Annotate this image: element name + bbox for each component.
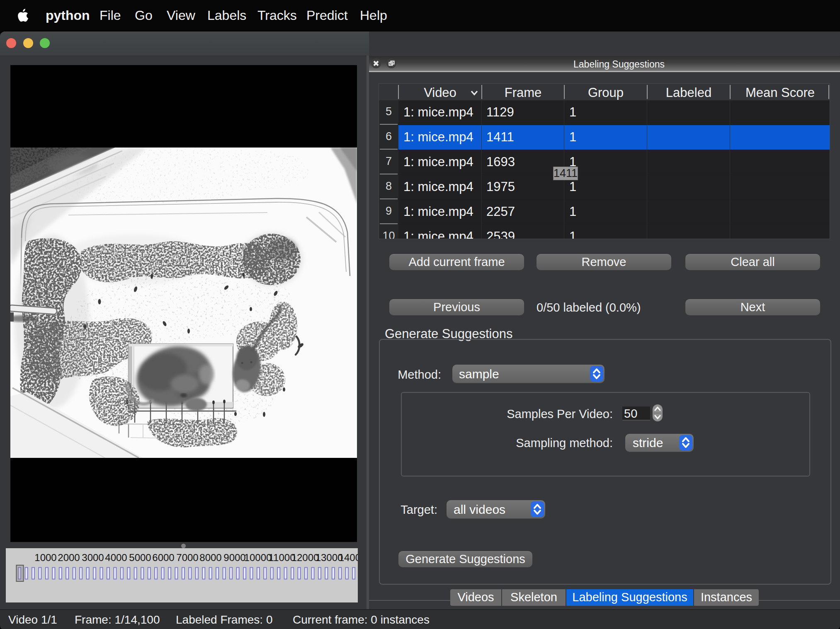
svg-text:8000: 8000 — [199, 552, 221, 563]
svg-text:2000: 2000 — [58, 552, 80, 563]
svg-text:14000: 14000 — [339, 552, 358, 563]
svg-text:6000: 6000 — [152, 552, 174, 563]
svg-text:5000: 5000 — [129, 552, 151, 563]
svg-text:3000: 3000 — [82, 552, 104, 563]
svg-text:1000: 1000 — [34, 552, 56, 563]
svg-text:7000: 7000 — [176, 552, 198, 563]
svg-text:12000: 12000 — [291, 552, 319, 563]
svg-text:9000: 9000 — [223, 552, 245, 563]
svg-text:4000: 4000 — [105, 552, 127, 563]
svg-text:10000: 10000 — [244, 552, 272, 563]
